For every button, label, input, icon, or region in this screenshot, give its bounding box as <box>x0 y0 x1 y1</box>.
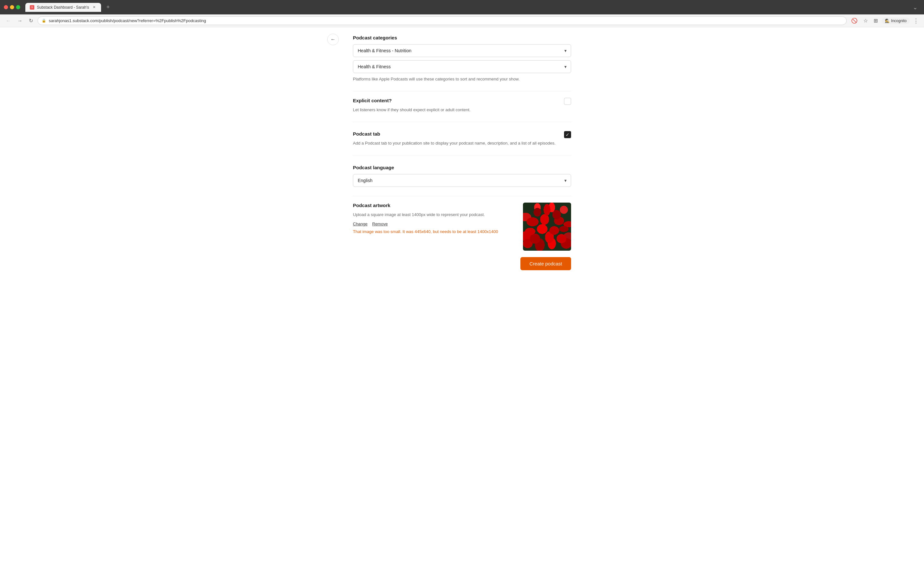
artwork-actions: Change Remove <box>353 221 514 227</box>
browser-toolbar: ← → ↻ 🔒 sarahjonas1.substack.com/publish… <box>0 15 924 27</box>
artwork-preview <box>523 203 571 251</box>
tab-close-button[interactable]: ✕ <box>91 5 97 10</box>
minimize-window-dot[interactable] <box>10 5 14 9</box>
artwork-image <box>523 203 571 251</box>
browser-menu-button[interactable]: ⋮ <box>912 17 920 25</box>
explicit-content-right <box>564 98 571 105</box>
tab-title: Substack Dashboard - Sarah's <box>37 5 89 10</box>
forward-nav-button[interactable]: → <box>15 17 24 25</box>
window-controls <box>4 5 20 9</box>
artwork-title: Podcast artwork <box>353 203 514 208</box>
artwork-left: Podcast artwork Upload a square image at… <box>353 203 514 270</box>
categories-title: Podcast categories <box>353 35 571 40</box>
page-inner: ← Podcast categories Health & Fitness - … <box>347 27 577 290</box>
reload-button[interactable]: ↻ <box>27 16 35 25</box>
no-camera-icon[interactable]: 🚫 <box>849 16 859 25</box>
artwork-right: Create podcast <box>520 203 571 270</box>
toolbar-actions: 🚫 ☆ ⊞ 🕵 Incognito ⋮ <box>849 16 920 25</box>
browser-tab[interactable]: S Substack Dashboard - Sarah's ✕ <box>25 3 101 12</box>
language-title: Podcast language <box>353 165 571 170</box>
categories-section: Podcast categories Health & Fitness - Nu… <box>353 35 571 82</box>
incognito-badge: 🕵 Incognito <box>882 18 910 24</box>
fullscreen-window-dot[interactable] <box>16 5 20 9</box>
language-section: Podcast language English Spanish French … <box>353 165 571 187</box>
category-dropdown-1[interactable]: Health & Fitness - Nutrition Health & Fi… <box>353 44 571 57</box>
close-window-dot[interactable] <box>4 5 8 9</box>
category-dropdown-1-wrapper: Health & Fitness - Nutrition Health & Fi… <box>353 44 571 57</box>
explicit-content-title: Explicit content? <box>353 98 557 103</box>
incognito-label: Incognito <box>891 19 907 23</box>
bookmark-icon[interactable]: ☆ <box>861 16 870 25</box>
explicit-content-section: Explicit content? Let listeners know if … <box>353 98 571 122</box>
language-dropdown[interactable]: English Spanish French German Japanese <box>353 174 571 187</box>
new-tab-button[interactable]: + <box>103 3 112 12</box>
podcast-tab-section: Podcast tab Add a Podcast tab to your pu… <box>353 131 571 155</box>
tab-favicon: S <box>30 5 34 10</box>
podcast-tab-title: Podcast tab <box>353 131 557 137</box>
change-artwork-button[interactable]: Change <box>353 221 368 226</box>
remove-artwork-button[interactable]: Remove <box>372 221 388 226</box>
divider-2 <box>353 196 571 196</box>
browser-titlebar: S Substack Dashboard - Sarah's ✕ + ⌄ <box>0 0 924 15</box>
artwork-description: Upload a square image at least 1400px wi… <box>353 212 514 218</box>
podcast-tab-left: Podcast tab Add a Podcast tab to your pu… <box>353 131 564 146</box>
lock-icon: 🔒 <box>42 19 46 23</box>
category-dropdown-2[interactable]: Health & Fitness Health & Fitness - Nutr… <box>353 60 571 73</box>
tabs-toggle-icon[interactable]: ⌄ <box>913 4 920 11</box>
explicit-content-description: Let listeners know if they should expect… <box>353 107 557 113</box>
incognito-icon: 🕵 <box>885 19 890 23</box>
url-text: sarahjonas1.substack.com/publish/podcast… <box>49 18 843 23</box>
explicit-content-left: Explicit content? Let listeners know if … <box>353 98 564 113</box>
categories-helper-text: Platforms like Apple Podcasts will use t… <box>353 76 571 82</box>
extension-icon[interactable]: ⊞ <box>872 16 880 25</box>
address-bar[interactable]: 🔒 sarahjonas1.substack.com/publish/podca… <box>37 16 846 25</box>
artwork-error-text: That image was too small. It was 445x640… <box>353 229 514 234</box>
create-podcast-button[interactable]: Create podcast <box>520 257 571 270</box>
podcast-tab-right: ✓ <box>564 131 571 138</box>
category-dropdown-2-wrapper: Health & Fitness Health & Fitness - Nutr… <box>353 60 571 73</box>
artwork-section: Podcast artwork Upload a square image at… <box>353 203 571 270</box>
podcast-tab-description: Add a Podcast tab to your publication si… <box>353 140 557 146</box>
podcast-tab-checkbox[interactable]: ✓ <box>564 131 571 138</box>
explicit-content-checkbox[interactable] <box>564 98 571 105</box>
back-nav-button[interactable]: ← <box>4 17 13 25</box>
page-content: ← Podcast categories Health & Fitness - … <box>0 27 924 577</box>
language-dropdown-wrapper: English Spanish French German Japanese ▾ <box>353 174 571 187</box>
back-button[interactable]: ← <box>327 34 339 45</box>
browser-chrome: S Substack Dashboard - Sarah's ✕ + ⌄ ← →… <box>0 0 924 27</box>
